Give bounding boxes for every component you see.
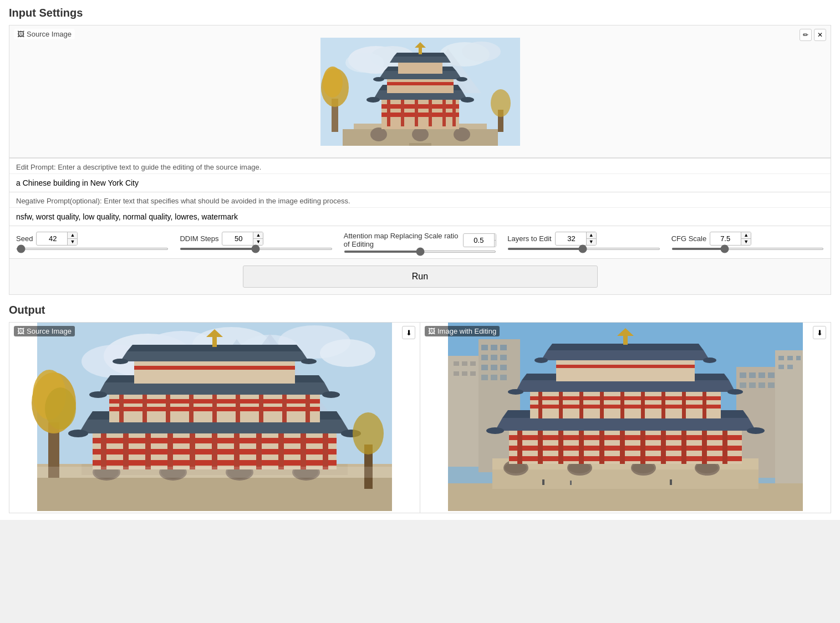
svg-rect-126 — [481, 345, 488, 350]
svg-point-204 — [703, 358, 716, 363]
seed-increment[interactable]: ▲ — [67, 232, 77, 239]
attention-map-decrement[interactable]: ▼ — [494, 241, 496, 247]
svg-rect-33 — [398, 63, 442, 74]
svg-rect-91 — [189, 395, 194, 422]
cfg-scale-input-wrapper: ▲ ▼ — [710, 232, 751, 246]
ddim-steps-input[interactable] — [222, 233, 253, 244]
svg-rect-140 — [749, 372, 756, 378]
svg-rect-133 — [491, 365, 497, 370]
svg-rect-137 — [500, 375, 507, 380]
cfg-scale-control: CFG Scale ▲ ▼ — [671, 232, 824, 250]
source-image-label: 🖼 Source Image — [14, 29, 75, 39]
svg-rect-55 — [37, 472, 392, 511]
svg-rect-152 — [787, 365, 793, 369]
svg-rect-207 — [542, 479, 544, 485]
svg-point-42 — [491, 89, 511, 117]
svg-rect-102 — [134, 366, 295, 370]
cfg-scale-increment[interactable]: ▲ — [741, 232, 751, 239]
attention-map-increment[interactable]: ▲ — [494, 234, 496, 241]
svg-rect-178 — [722, 431, 727, 464]
svg-point-203 — [534, 358, 548, 363]
svg-rect-194 — [702, 392, 706, 418]
svg-rect-172 — [599, 431, 604, 464]
neg-prompt-input[interactable] — [9, 208, 831, 226]
svg-rect-13 — [454, 127, 470, 141]
svg-rect-148 — [778, 356, 784, 360]
svg-rect-21 — [442, 100, 446, 126]
svg-rect-119 — [454, 361, 459, 366]
source-image-label-text: Source Image — [27, 30, 72, 38]
output-section: Output 🖼 Source Image ⬇ — [9, 304, 831, 513]
svg-marker-201 — [541, 350, 710, 360]
source-image-svg — [320, 38, 520, 146]
cfg-scale-slider[interactable] — [671, 248, 824, 250]
ddim-steps-increment[interactable]: ▲ — [253, 232, 263, 239]
svg-rect-187 — [559, 392, 563, 418]
controls-row: Seed ▲ ▼ DDIM Steps ▲ ▼ — [9, 226, 831, 259]
edited-download-button[interactable]: ⬇ — [813, 326, 826, 339]
edit-prompt-input[interactable] — [9, 174, 831, 192]
svg-rect-11 — [370, 127, 387, 141]
svg-point-112 — [45, 387, 76, 430]
svg-rect-77 — [256, 433, 262, 469]
cfg-scale-input[interactable] — [710, 233, 741, 244]
output-edited-label-text: Image with Editing — [437, 327, 496, 335]
svg-rect-188 — [579, 392, 583, 418]
svg-point-26 — [461, 97, 474, 103]
output-edited-svg — [420, 323, 831, 511]
svg-rect-43 — [409, 143, 431, 146]
source-image-controls: ✏ ✕ — [800, 29, 826, 41]
svg-rect-71 — [123, 433, 129, 469]
svg-rect-28 — [387, 82, 454, 85]
seed-label: Seed — [16, 234, 33, 243]
layers-to-edit-input[interactable] — [556, 233, 586, 244]
run-button[interactable]: Run — [243, 265, 598, 288]
svg-rect-131 — [500, 355, 507, 360]
svg-rect-27 — [387, 79, 454, 93]
svg-point-197 — [508, 389, 523, 395]
svg-rect-73 — [167, 433, 173, 469]
svg-rect-70 — [101, 433, 106, 469]
layers-to-edit-control: Layers to Edit ▲ ▼ — [507, 232, 660, 250]
svg-rect-19 — [415, 100, 418, 126]
attention-map-input[interactable] — [464, 234, 494, 246]
seed-slider[interactable] — [16, 248, 169, 250]
svg-rect-150 — [796, 356, 801, 360]
layers-to-edit-slider[interactable] — [507, 248, 660, 250]
svg-rect-200 — [556, 365, 695, 368]
svg-point-83 — [68, 430, 88, 437]
neg-prompt-section: Negative Prompt(optional): Enter text th… — [9, 192, 831, 226]
svg-rect-151 — [778, 365, 784, 369]
edit-image-button[interactable]: ✏ — [800, 29, 812, 41]
seed-input-wrapper: ▲ ▼ — [36, 232, 78, 246]
svg-rect-75 — [212, 433, 217, 469]
seed-input[interactable] — [37, 233, 67, 244]
svg-rect-79 — [301, 433, 306, 469]
close-image-button[interactable]: ✕ — [814, 29, 826, 41]
output-source-icon: 🖼 — [17, 327, 24, 335]
svg-rect-134 — [500, 365, 507, 370]
svg-point-40 — [323, 67, 343, 98]
source-download-button[interactable]: ⬇ — [402, 326, 415, 339]
svg-rect-121 — [470, 361, 476, 366]
svg-rect-171 — [579, 431, 584, 464]
svg-point-25 — [366, 97, 380, 103]
svg-rect-174 — [640, 431, 645, 464]
output-edited-box: 🖼 Image with Editing ⬇ — [420, 322, 831, 513]
svg-rect-127 — [491, 345, 497, 350]
svg-point-99 — [89, 391, 107, 398]
layers-to-edit-increment[interactable]: ▲ — [586, 232, 596, 239]
svg-rect-89 — [142, 395, 147, 422]
svg-rect-149 — [787, 356, 793, 360]
ddim-steps-slider[interactable] — [180, 248, 332, 250]
attention-map-slider[interactable] — [344, 251, 496, 253]
svg-rect-177 — [702, 431, 707, 464]
svg-rect-129 — [481, 355, 488, 360]
svg-rect-142 — [768, 372, 775, 378]
svg-rect-193 — [682, 392, 686, 418]
svg-rect-186 — [538, 392, 542, 418]
svg-rect-170 — [558, 431, 563, 464]
svg-rect-124 — [470, 371, 476, 376]
svg-rect-145 — [758, 382, 765, 388]
svg-rect-115 — [37, 467, 392, 478]
